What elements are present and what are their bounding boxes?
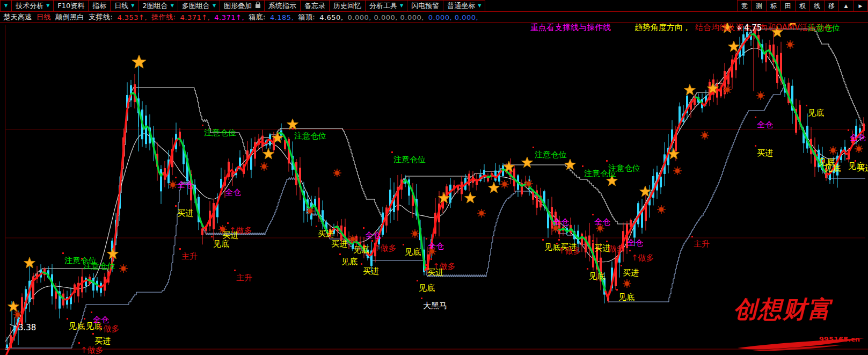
star-marker (722, 22, 733, 33)
sun-marker (218, 225, 227, 234)
quote-segment-4: 4.353↑, (117, 13, 147, 21)
star-marker (607, 175, 618, 186)
menu-item-日线[interactable]: 日线▼ (110, 0, 138, 12)
operation-line-up (99, 94, 131, 287)
quote-segment-2: 颠倒黑白 (55, 12, 84, 22)
toolbar-btn-quan[interactable]: 权 (795, 0, 810, 12)
toolbar-btn-ce[interactable]: 测 (752, 0, 767, 12)
sun-marker (13, 310, 22, 319)
sun-marker (333, 169, 341, 177)
sun-marker (756, 91, 765, 100)
chevron-down-icon: ▼ (171, 4, 174, 8)
sun-marker (524, 179, 533, 188)
star-marker (684, 84, 696, 95)
sun-marker (623, 279, 631, 288)
app-window: 重点看支撑线与操作线趋势角度方向 ,结合均线及资金流向和OAMV活差动作注意仓位… (0, 0, 868, 355)
toolbar-btn-jing[interactable]: 竞 (737, 0, 752, 12)
quote-segment-3: 支撑线: (89, 12, 113, 22)
menu-item-普通坐标[interactable]: 普通坐标▼ (443, 0, 485, 12)
star-marker (132, 55, 146, 68)
sun-marker (786, 40, 794, 49)
chevron-down-icon: ▼ (46, 4, 49, 8)
button-label: 权 (799, 2, 806, 11)
menu-item-指标[interactable]: 指标 (88, 0, 111, 12)
operation-line-down (43, 272, 64, 299)
button-label: 标 (770, 2, 777, 11)
menu-bar: ▼技术分析▼F10资料指标日线▼2图组合▼多图组合▼图形叠加系统指示备忘录历史回… (0, 0, 868, 12)
chevron-down-icon: ▼ (131, 4, 134, 8)
lock-icon (256, 4, 260, 8)
quote-segment-6: 4.371↑, (180, 13, 210, 21)
sun-marker (500, 180, 509, 189)
chevron-down-icon: ▼ (213, 4, 216, 8)
star-marker (488, 182, 500, 193)
price-chart[interactable] (0, 0, 868, 355)
button-label: 竞 (741, 2, 748, 11)
menu-dropdown-caret[interactable]: ▼ (0, 0, 12, 12)
button-label: 线 (814, 2, 820, 11)
menu-item-label: 日线 (114, 1, 128, 11)
menu-item-闪电预警[interactable]: 闪电预警 (407, 0, 443, 12)
quote-segment-7: 4.371↑, (214, 13, 244, 21)
menu-item-备忘录[interactable]: 备忘录 (300, 0, 330, 12)
menu-spacer (485, 0, 738, 12)
quote-segment-8: 箱底: (249, 12, 266, 22)
menu-item-历史回忆[interactable]: 历史回忆 (329, 0, 366, 12)
grid-icon[interactable]: 田 (781, 0, 796, 12)
star-marker (522, 157, 533, 168)
menu-item-系统指示[interactable]: 系统指示 (264, 0, 301, 12)
sun-marker (477, 209, 486, 218)
sun-marker (657, 205, 666, 214)
menu-item-分析工具[interactable]: 分析工具▼ (365, 0, 407, 12)
sun-marker (701, 131, 709, 140)
quote-segment-11: 4.650, (319, 13, 343, 21)
menu-item-F10资料[interactable]: F10资料 (53, 0, 89, 12)
button-label: ▲ (844, 3, 848, 9)
menu-item-多图组合[interactable]: 多图组合▼ (178, 0, 220, 12)
toolbar-btn-yi[interactable]: 移 (824, 0, 839, 12)
sun-marker (411, 229, 419, 238)
sun-marker (551, 224, 560, 233)
menu-item-label: 指标 (92, 1, 106, 11)
menu-item-label: 分析工具 (369, 1, 397, 11)
quote-segment-9: 4.185, (270, 13, 294, 21)
quote-segment-10: 箱顶: (298, 12, 315, 22)
menu-item-2图组合[interactable]: 2图组合▼ (138, 0, 178, 12)
sun-marker (348, 235, 357, 243)
menu-item-技术分析[interactable]: 技术分析▼ (11, 0, 54, 12)
sun-marker (723, 85, 732, 94)
menu-item-label: 系统指示 (268, 1, 296, 11)
quote-bar: 楚天高速日线颠倒黑白支撑线:4.353↑,操作线:4.371↑,4.371↑,箱… (0, 12, 868, 23)
button-label: 移 (828, 2, 835, 11)
button-label: ▶ (859, 3, 863, 9)
sun-marker (829, 146, 837, 155)
button-label: 测 (756, 2, 762, 11)
operation-line-up (64, 280, 88, 300)
menu-item-label: 2图组合 (143, 1, 168, 11)
toolbar-btn-xian[interactable]: 线 (809, 0, 825, 12)
star-marker (565, 159, 576, 170)
menu-item-label: 技术分析 (16, 1, 43, 11)
panel-up-icon[interactable]: ▲ (838, 0, 854, 12)
toolbar-btn-biao[interactable]: 标 (766, 0, 781, 12)
operation-line-up (204, 133, 279, 228)
sun-marker (306, 207, 315, 215)
star-marker (287, 119, 298, 129)
quote-segment-0: 楚天高速 (3, 12, 32, 22)
quote-segment-13: 0.000, 0.000, (428, 13, 478, 21)
quote-segment-12: 0.000, 0.000, 0.000, (348, 13, 424, 21)
menu-item-图形叠加[interactable]: 图形叠加 (220, 0, 265, 12)
star-marker (465, 192, 476, 203)
sun-marker (169, 180, 177, 189)
sun-marker (596, 224, 604, 233)
menu-item-label: 闪电预警 (411, 1, 439, 11)
menu-item-label: 备忘录 (304, 1, 325, 11)
panel-right-icon[interactable]: ▶ (853, 0, 868, 12)
menu-item-label: 多图组合 (182, 1, 210, 11)
star-marker (8, 301, 19, 311)
candles (6, 26, 865, 348)
button-label: 田 (785, 2, 791, 11)
star-marker (728, 41, 740, 52)
menu-item-label: 普通坐标 (447, 1, 475, 11)
high-price-diamond (737, 25, 741, 31)
